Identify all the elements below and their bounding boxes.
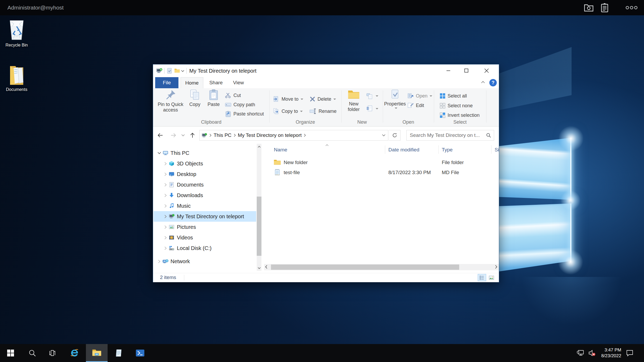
maximize-button[interactable] <box>458 64 475 77</box>
paste-shortcut-button[interactable]: Paste shortcut <box>225 110 264 118</box>
delete-button[interactable]: Delete <box>310 95 336 103</box>
scroll-up-icon[interactable] <box>257 144 261 149</box>
paste-button[interactable]: Paste <box>205 89 222 107</box>
column-divider[interactable] <box>491 145 491 154</box>
column-divider[interactable] <box>438 145 439 154</box>
desktop-icon-documents[interactable]: Documents <box>1 64 32 92</box>
taskbar-notepad[interactable] <box>111 344 127 362</box>
up-button[interactable] <box>188 131 197 140</box>
column-header-size[interactable]: Size <box>495 147 499 153</box>
title-bar[interactable]: My Test Directory on teleport <box>153 64 499 77</box>
tree-scrollbar[interactable] <box>257 144 261 271</box>
close-button[interactable] <box>478 64 495 77</box>
file-row-new-folder[interactable]: New folder File folder <box>264 157 494 168</box>
details-view-button[interactable] <box>478 274 486 281</box>
taskbar-powershell[interactable] <box>132 344 148 362</box>
back-button[interactable] <box>156 131 165 140</box>
select-all-button[interactable]: Select all <box>440 92 467 100</box>
tree-item-music[interactable]: Music <box>153 201 257 211</box>
chevron-down-icon[interactable] <box>156 152 163 154</box>
chevron-right-icon[interactable] <box>162 183 169 187</box>
start-button[interactable] <box>3 344 18 362</box>
tray-clock[interactable]: 3:47 PM 8/23/2022 <box>601 347 621 359</box>
invert-selection-button[interactable]: Invert selection <box>440 111 480 119</box>
tab-home[interactable]: Home <box>181 77 203 88</box>
task-view-button[interactable] <box>44 344 60 362</box>
tray-network-icon[interactable] <box>575 344 586 362</box>
tab-file[interactable]: File <box>155 77 178 88</box>
chevron-right-icon[interactable] <box>162 236 169 239</box>
search-icon[interactable] <box>486 133 491 138</box>
help-icon[interactable]: ? <box>489 79 497 86</box>
taskbar-internet-explorer[interactable] <box>67 344 82 362</box>
tab-view[interactable]: View <box>229 77 248 88</box>
action-center-icon[interactable] <box>623 344 636 362</box>
new-item-button[interactable] <box>366 92 378 100</box>
breadcrumb-chevron-icon[interactable] <box>234 134 236 137</box>
tab-share[interactable]: Share <box>205 77 227 88</box>
tree-item-this-pc[interactable]: This PC <box>153 148 257 158</box>
ribbon-collapse-icon[interactable] <box>481 81 485 83</box>
more-options-icon[interactable] <box>625 6 638 10</box>
scroll-down-icon[interactable] <box>257 266 261 270</box>
address-bar[interactable]: This PC My Test Directory on teleport <box>199 130 388 141</box>
breadcrumb-this-pc[interactable]: This PC <box>213 132 233 138</box>
thumbnail-view-button[interactable] <box>487 274 496 281</box>
refresh-button[interactable] <box>389 130 401 141</box>
column-header-date-modified[interactable]: Date modified <box>388 147 419 153</box>
move-to-button[interactable]: Move to <box>273 95 303 103</box>
taskbar-file-explorer[interactable] <box>86 344 108 362</box>
search-box[interactable] <box>406 130 494 141</box>
scrollbar-thumb[interactable] <box>271 264 459 270</box>
recent-locations-chevron-icon[interactable] <box>180 131 186 140</box>
list-horizontal-scrollbar[interactable] <box>264 264 499 270</box>
rename-button[interactable]: Rename <box>310 107 337 115</box>
folder-transfer-icon[interactable] <box>584 3 594 12</box>
pin-to-quick-access-button[interactable]: Pin to Quick access <box>157 89 184 113</box>
chevron-right-icon[interactable] <box>162 173 169 176</box>
minimize-button[interactable] <box>440 64 457 77</box>
properties-button[interactable]: Properties <box>384 89 406 109</box>
column-header-name[interactable]: Name <box>274 147 287 153</box>
qat-folder-icon[interactable] <box>174 68 180 73</box>
open-button[interactable]: Open <box>407 92 432 100</box>
breadcrumb-chevron-icon[interactable] <box>304 134 306 137</box>
column-header-type[interactable]: Type <box>442 147 453 153</box>
tree-item-my-test-directory[interactable]: My Test Directory on teleport <box>154 211 256 222</box>
select-none-button[interactable]: Select none <box>440 102 473 110</box>
address-dropdown-chevron-icon[interactable] <box>382 134 385 136</box>
qat-properties-icon[interactable] <box>167 68 172 74</box>
new-folder-button[interactable]: New folder <box>343 89 364 112</box>
tree-item-3d-objects[interactable]: 3D Objects <box>153 158 257 169</box>
chevron-right-icon[interactable] <box>162 194 169 197</box>
scroll-right-icon[interactable] <box>495 265 497 269</box>
tree-item-downloads[interactable]: Downloads <box>153 190 257 201</box>
tree-item-pictures[interactable]: Pictures <box>153 222 257 232</box>
tree-item-network[interactable]: Network <box>153 256 257 267</box>
tree-item-documents[interactable]: Documents <box>153 179 257 190</box>
scroll-left-icon[interactable] <box>265 265 267 269</box>
chevron-right-icon[interactable] <box>162 162 169 165</box>
tree-item-videos[interactable]: Videos <box>153 232 257 243</box>
chevron-right-icon[interactable] <box>162 225 169 229</box>
breadcrumb-current-folder[interactable]: My Test Directory on teleport <box>237 132 303 138</box>
copy-to-button[interactable]: Copy to <box>273 107 303 115</box>
column-divider[interactable] <box>385 145 385 154</box>
copy-button[interactable]: Copy <box>185 89 204 107</box>
chevron-right-icon[interactable] <box>162 215 169 218</box>
chevron-right-icon[interactable] <box>162 204 169 208</box>
file-row-test-file[interactable]: test-file 8/17/2022 3:30 PM MD File <box>264 168 494 178</box>
search-input[interactable] <box>407 132 486 138</box>
easy-access-button[interactable] <box>366 105 378 113</box>
clipboard-icon[interactable] <box>601 3 609 13</box>
scrollbar-thumb[interactable] <box>257 197 261 256</box>
tree-item-local-disk-c[interactable]: Local Disk (C:) <box>153 243 257 253</box>
chevron-right-icon[interactable] <box>162 247 169 250</box>
breadcrumb-chevron-icon[interactable] <box>209 134 211 137</box>
qat-customize-chevron-icon[interactable] <box>181 70 184 72</box>
forward-button[interactable] <box>169 131 178 140</box>
chevron-right-icon[interactable] <box>156 260 163 263</box>
taskbar-search-button[interactable] <box>24 344 40 362</box>
desktop-icon-recycle-bin[interactable]: Recycle Bin <box>1 18 32 48</box>
cut-button[interactable]: Cut <box>225 91 241 99</box>
